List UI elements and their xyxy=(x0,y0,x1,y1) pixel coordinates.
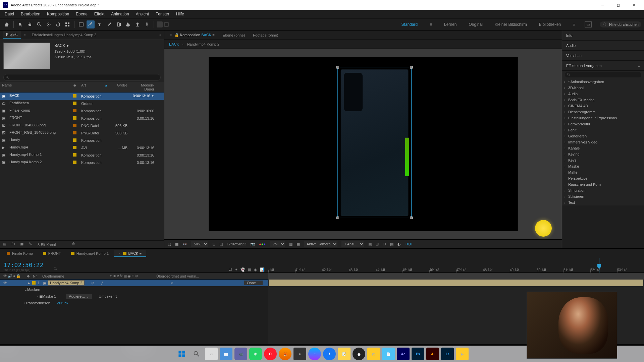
effects-category[interactable]: * Animationsvorgaben xyxy=(562,79,644,85)
lr-taskbar-icon[interactable]: Lr xyxy=(441,348,454,360)
messenger-icon[interactable]: ~ xyxy=(308,348,321,360)
effects-category[interactable]: Immersives Video xyxy=(562,139,644,145)
exposure-value[interactable]: +0,0 xyxy=(405,242,412,246)
mask-row[interactable]: › ◼ Maske 1 Addiere… ⌄ Umgekehrt xyxy=(0,293,268,300)
snapshot-icon[interactable]: 📷 xyxy=(250,242,255,246)
panel-menu-icon[interactable]: ≡ xyxy=(638,64,640,68)
project-item-row[interactable]: 🗀FarbflächenOrdner xyxy=(0,100,164,107)
layer-name[interactable]: Handy.mp4 Komp 2 xyxy=(48,280,85,286)
guides-icon[interactable]: ☐ xyxy=(383,242,386,246)
taskview-icon[interactable]: ▭ xyxy=(205,348,218,360)
menu-datei[interactable]: Datei xyxy=(1,10,17,18)
workspace-reset-icon[interactable]: ▭ xyxy=(585,21,592,27)
new-folder-icon[interactable]: 🗀 xyxy=(11,242,17,248)
channel-icon[interactable]: ●●● xyxy=(259,242,266,246)
effects-category[interactable]: Maske xyxy=(562,163,644,169)
minimize-button[interactable]: ─ xyxy=(595,0,610,10)
folder-icon[interactable]: 🗀 xyxy=(367,348,380,360)
mask-inverted-label[interactable]: Umgekehrt xyxy=(99,294,117,298)
shy-icon[interactable]: 👻 xyxy=(240,267,245,272)
motion-blur-icon[interactable]: ◉ xyxy=(254,267,257,272)
notepad-icon[interactable]: 📄 xyxy=(382,348,395,360)
menu-ansicht[interactable]: Ansicht xyxy=(132,10,152,18)
facebook-icon[interactable]: f xyxy=(323,348,336,360)
teams-icon[interactable]: 📹 xyxy=(234,348,247,360)
always-preview-icon[interactable]: ▢ xyxy=(168,242,171,246)
comp-flowchart-icon[interactable]: ⇄ xyxy=(229,267,232,272)
project-search[interactable] xyxy=(0,73,164,82)
zoom-dropdown[interactable]: 50% xyxy=(191,241,208,247)
workspace-list-icon[interactable]: ≡ xyxy=(427,21,435,28)
close-button[interactable]: ✕ xyxy=(626,0,641,10)
layer-switch[interactable]: ⊕ xyxy=(91,281,94,285)
audio-panel-header[interactable]: Audio xyxy=(562,41,644,51)
timeline-timecode[interactable]: 17:02:50:22 xyxy=(3,261,43,268)
effects-category[interactable]: 3D-Kanal xyxy=(562,85,644,91)
workspace-kleiner[interactable]: Kleiner Bildschirm xyxy=(492,21,530,28)
fast-preview-icon[interactable]: ▥ xyxy=(289,242,292,246)
draft3d-icon[interactable]: ✦ xyxy=(235,267,238,272)
menu-effekt[interactable]: Effekt xyxy=(91,10,108,18)
work-area-bar[interactable] xyxy=(268,273,644,280)
project-item-row[interactable]: ▣Handy.mp4 Komp 1Komposition0:00:13:16 xyxy=(0,152,164,159)
parent-pick-icon[interactable]: ⊚ xyxy=(170,281,173,285)
preview-panel-header[interactable]: Vorschau xyxy=(562,51,644,61)
whatsapp-icon[interactable]: ✆ xyxy=(249,348,262,360)
ai-taskbar-icon[interactable]: Ai xyxy=(426,348,439,360)
timeline-tab[interactable]: Finale Komp xyxy=(2,250,38,257)
project-item-row[interactable]: ▣Finale KompKomposition0:00:10:00 xyxy=(0,107,164,115)
masks-group[interactable]: ⌄ Masken xyxy=(0,286,268,293)
shape-fill[interactable] xyxy=(157,21,163,27)
workspace-lernen[interactable]: Lernen xyxy=(441,21,459,28)
ps-taskbar-icon[interactable]: Ps xyxy=(412,348,424,360)
project-item-row[interactable]: 🖼FRONT_1840886.pngPNG-Datei596 KB xyxy=(0,122,164,129)
preview-title[interactable]: BACK xyxy=(54,43,92,49)
effects-category[interactable]: Simulation xyxy=(562,187,644,193)
eraser-tool[interactable] xyxy=(124,20,132,28)
viewer-timecode[interactable]: 17:02:50:22 xyxy=(227,242,246,246)
notes-icon[interactable]: 📝 xyxy=(338,348,351,360)
effects-category[interactable]: Rauschen und Korn xyxy=(562,181,644,187)
menu-fenster[interactable]: Fenster xyxy=(152,10,173,18)
menu-animation[interactable]: Animation xyxy=(108,10,132,18)
project-item-row[interactable]: 🖼FRONT_RGB_1840886.pngPNG-Datei503 KB xyxy=(0,129,164,137)
col-type[interactable]: Art ▲ xyxy=(79,82,109,92)
mask-mode-dropdown[interactable]: Addiere… ⌄ xyxy=(66,294,92,299)
puppet-tool[interactable] xyxy=(143,20,151,28)
effects-category[interactable]: Text xyxy=(562,199,644,205)
explorer-icon[interactable]: ▮▮ xyxy=(220,348,232,360)
effects-category[interactable]: Matte xyxy=(562,169,644,175)
timeline-layer-row[interactable]: 👁 ▸ 1 ▣ Handy.mp4 Komp 2 ⊕ ╱ ⊚ Ohne xyxy=(0,280,268,286)
effects-category[interactable]: Einstellungen für Expressions xyxy=(562,115,644,121)
lock-col-icon[interactable]: 🔒 xyxy=(16,274,21,278)
search-taskbar-icon[interactable] xyxy=(190,348,203,360)
firefox-icon[interactable]: 🦊 xyxy=(279,348,291,360)
camera-dropdown[interactable]: Aktive Kamera xyxy=(304,241,337,247)
timeline-search-icon[interactable] xyxy=(53,266,58,272)
effects-category[interactable]: Keying xyxy=(562,151,644,157)
project-item-row[interactable]: ▣Handy.mp4 Komp 2Komposition0:00:13:16 xyxy=(0,159,164,166)
rect-tool[interactable] xyxy=(77,20,85,28)
roto-tool[interactable] xyxy=(133,20,142,28)
comp-tab-komposition[interactable]: × 🔒 Komposition BACK ≡ xyxy=(166,32,218,39)
effects-search[interactable] xyxy=(562,71,644,79)
composition-viewport[interactable] xyxy=(164,49,562,240)
ruler-icon[interactable]: ▤ xyxy=(390,242,393,246)
type-tool[interactable]: T xyxy=(96,20,104,28)
project-item-row[interactable]: ▣HandyKomposition xyxy=(0,137,164,144)
clone-tool[interactable] xyxy=(115,20,123,28)
home-icon[interactable] xyxy=(3,20,11,28)
workspace-original[interactable]: Original xyxy=(466,21,485,28)
opera-icon[interactable]: O xyxy=(264,348,277,360)
effects-category[interactable]: Generieren xyxy=(562,133,644,139)
3d-view-icon[interactable]: ▦ xyxy=(297,242,300,246)
effects-category[interactable]: Farbkorrektur xyxy=(562,121,644,127)
hand-tool[interactable] xyxy=(26,20,34,28)
effects-category[interactable]: Dienstprogramm xyxy=(562,109,644,115)
menu-ebene[interactable]: Ebene xyxy=(72,10,91,18)
transparency-grid-icon[interactable]: ▦ xyxy=(175,242,178,246)
project-item-row[interactable]: ▶Handy.mp4AVI... MB0:00:13:16 xyxy=(0,144,164,152)
timeline-tab[interactable]: × BACK ≡ xyxy=(114,250,146,257)
menu-komposition[interactable]: Komposition xyxy=(44,10,72,18)
adjust-icon[interactable]: ✎ xyxy=(29,242,35,248)
